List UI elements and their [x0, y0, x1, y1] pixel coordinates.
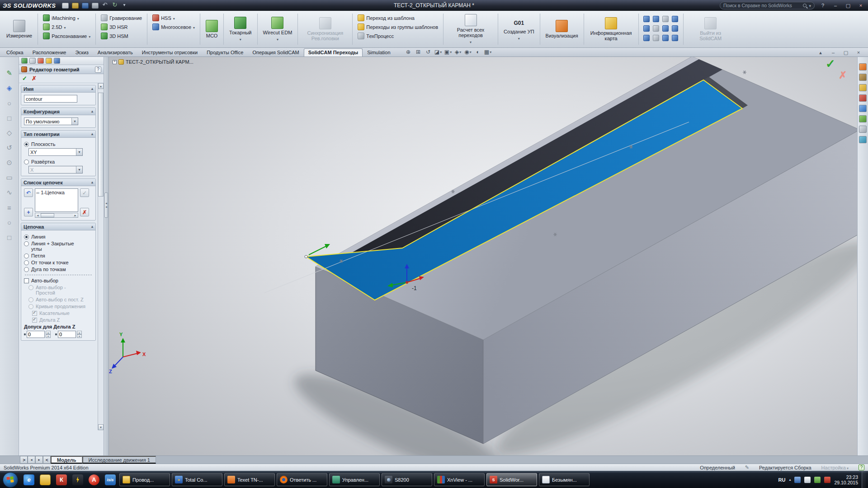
- tab-scroll-last-icon[interactable]: [43, 456, 51, 464]
- expand-tree-icon[interactable]: [113, 60, 117, 64]
- unfold-radio-row[interactable]: Развёртка: [24, 159, 93, 164]
- assembly-tool-icon-8[interactable]: [671, 25, 679, 33]
- display-style-icon[interactable]: [454, 48, 462, 56]
- quick-launch-winamp[interactable]: [71, 473, 85, 487]
- save-icon[interactable]: [82, 3, 89, 9]
- arc-by-points-radio[interactable]: [24, 267, 29, 272]
- language-indicator[interactable]: RU: [778, 477, 786, 483]
- point-to-point-radio[interactable]: [24, 260, 29, 265]
- scroll-left-icon[interactable]: [35, 213, 40, 217]
- spin-down-icon[interactable]: [46, 334, 51, 338]
- help-search-box[interactable]: [720, 2, 815, 9]
- search-input[interactable]: [723, 3, 801, 8]
- section-chain-list-header[interactable]: Список цепочек: [21, 179, 95, 186]
- tab-solidcam-operation[interactable]: Операция SolidCAM: [248, 48, 303, 56]
- chain-undo-icon[interactable]: [24, 188, 33, 197]
- sketch-tool-icon-9[interactable]: [4, 187, 15, 198]
- tab-office-products[interactable]: Продукты Office: [202, 48, 248, 56]
- template-group-button[interactable]: Переходы из группы шаблонов: [356, 23, 439, 31]
- assembly-tool-icon-2[interactable]: [652, 15, 660, 24]
- scroll-up-icon[interactable]: [98, 83, 104, 89]
- document-minimize-icon[interactable]: [829, 49, 837, 56]
- tab-assembly[interactable]: Сборка: [2, 48, 28, 56]
- section-geometry-type-header[interactable]: Тип геометрии: [21, 131, 95, 138]
- calculate-all-button[interactable]: Расчет всех переходов: [447, 14, 494, 45]
- sketch-tool-icon-1[interactable]: [4, 68, 15, 79]
- tab-solidcam-operations-active[interactable]: SolidCAM Переходы: [304, 48, 363, 56]
- tab-layout[interactable]: Расположение: [28, 48, 71, 56]
- taskbar-window-solidworks[interactable]: SolidWor...: [486, 473, 537, 486]
- open-document-icon[interactable]: [72, 3, 79, 9]
- taskbar-window-management[interactable]: Управлен...: [329, 473, 380, 486]
- panel-scrollbar[interactable]: [98, 83, 104, 430]
- print-icon[interactable]: [92, 3, 99, 9]
- tab-simulation[interactable]: Simulation: [363, 48, 395, 56]
- chain-option-arc[interactable]: Дуга по точкам: [24, 267, 93, 272]
- measure-button[interactable]: Измерение: [5, 19, 34, 39]
- dropdown-arrow-icon[interactable]: [71, 118, 78, 125]
- chain-listbox[interactable]: 1-Цепочка: [35, 188, 78, 212]
- dropdown-arrow-icon[interactable]: [76, 149, 82, 155]
- settings-dropdown[interactable]: Настройка: [821, 465, 849, 470]
- chain-list-item[interactable]: 1-Цепочка: [36, 189, 77, 196]
- sketch-tool-icon-10[interactable]: [4, 202, 15, 213]
- taskbar-clock[interactable]: 23:23 29.10.2015: [834, 474, 858, 485]
- section-configuration-header[interactable]: Конфигурация: [21, 108, 95, 115]
- mco-button[interactable]: MCO: [204, 19, 220, 39]
- quick-tips-icon[interactable]: ?: [859, 465, 864, 470]
- document-restore-icon[interactable]: [842, 49, 850, 56]
- taskbar-window-xnview[interactable]: XnView - ...: [434, 473, 485, 486]
- tolerance-input-2[interactable]: [58, 331, 76, 338]
- options-dropdown-icon[interactable]: [122, 3, 128, 9]
- assembly-tool-icon-3[interactable]: [661, 15, 670, 24]
- tab-evaluate[interactable]: Анализировать: [93, 48, 137, 56]
- chain-option-line-closed[interactable]: Линия + Закрытые углы: [24, 241, 93, 252]
- 3d-hsm-button[interactable]: 3D HSM: [99, 32, 143, 40]
- sketch-tool-icon-11[interactable]: [4, 217, 15, 228]
- auto-select-checkbox[interactable]: [24, 278, 29, 283]
- scrollbar-thumb[interactable]: [41, 213, 54, 217]
- new-document-icon[interactable]: [62, 3, 69, 9]
- engraving-button[interactable]: Гравирование: [99, 14, 143, 22]
- panel-splitter[interactable]: [104, 57, 109, 455]
- tolerance-input-1[interactable]: [27, 331, 45, 338]
- quick-launch-avira[interactable]: A: [87, 473, 101, 487]
- task-pane-home-icon[interactable]: [859, 63, 867, 70]
- assembly-tool-icon-5[interactable]: [642, 25, 651, 33]
- panel-ok-icon[interactable]: [22, 75, 27, 82]
- window-maximize-button[interactable]: ▢: [844, 2, 853, 9]
- plane-dropdown[interactable]: XY: [28, 148, 83, 156]
- file-explorer-icon[interactable]: [859, 84, 867, 91]
- forum-icon[interactable]: [859, 136, 867, 143]
- assembly-tool-icon-10[interactable]: [652, 34, 660, 43]
- template-operation-button[interactable]: Переход из шаблона: [356, 14, 439, 22]
- tray-icon-a[interactable]: [794, 477, 801, 483]
- spin-down-icon[interactable]: [77, 334, 82, 338]
- multiaxis-button[interactable]: Многоосевое: [151, 23, 196, 31]
- g01-generate-button[interactable]: G01 Создание УП: [502, 18, 536, 41]
- wirecut-button[interactable]: Wirecut EDM: [261, 16, 294, 42]
- dimxpert-tab-icon[interactable]: [46, 58, 52, 64]
- geometry-name-input[interactable]: [24, 95, 77, 103]
- auto-select-row[interactable]: Авто-выбор: [24, 278, 93, 283]
- tab-scroll-left-icon[interactable]: [28, 456, 35, 464]
- splitter-handle-icon[interactable]: [104, 192, 108, 218]
- sketch-tool-icon-7[interactable]: [4, 157, 15, 168]
- window-close-button[interactable]: ×: [856, 2, 865, 9]
- assembly-tool-icon-7[interactable]: [661, 25, 670, 33]
- sketch-tool-icon-2[interactable]: [4, 83, 15, 94]
- chain-option-point-to-point[interactable]: От точки к точке: [24, 260, 93, 265]
- display-manager-tab-icon[interactable]: [54, 58, 60, 64]
- tray-icon-d[interactable]: [824, 477, 830, 483]
- panel-help-icon[interactable]: ?: [95, 66, 101, 73]
- hss-button[interactable]: HSS: [151, 14, 196, 22]
- quick-launch-internet-explorer[interactable]: e: [22, 473, 36, 487]
- sketch-tool-icon-3[interactable]: [4, 98, 15, 108]
- assembly-tool-icon-1[interactable]: [642, 15, 651, 24]
- chain-start-point[interactable]: [305, 255, 307, 258]
- tray-icon-c[interactable]: [814, 477, 821, 483]
- section-chain-header[interactable]: Цепочка: [21, 223, 95, 230]
- techprocess-button[interactable]: ТехПроцесс: [356, 32, 439, 40]
- sketch-tool-icon-5[interactable]: [4, 127, 15, 138]
- assembly-tool-icon-6[interactable]: [652, 25, 660, 33]
